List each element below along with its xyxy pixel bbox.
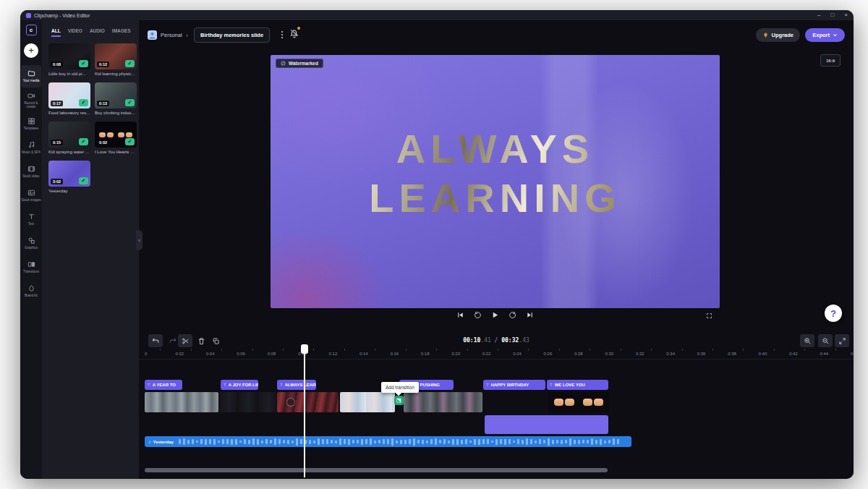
- ruler-tick: [221, 349, 222, 351]
- media-thumbnail[interactable]: 0:13✓: [95, 82, 137, 109]
- sidebar-item-stock-video[interactable]: Stock video: [21, 161, 41, 183]
- media-card[interactable]: 0:02✓I Love You Hearts S...: [95, 122, 137, 154]
- waveform-bar: [561, 440, 563, 444]
- media-thumbnail[interactable]: 0:15✓: [48, 122, 90, 148]
- text-clip-t-icon: T: [280, 383, 283, 387]
- text-clip[interactable]: TALWAYS LEARNING: [277, 380, 316, 390]
- watermark-label: Watermarked: [289, 61, 318, 66]
- rewind-button[interactable]: [474, 311, 482, 319]
- playhead-handle[interactable]: [301, 344, 308, 354]
- media-title: Food laboratory res...: [48, 111, 90, 115]
- media-thumbnail[interactable]: 0:17✓: [48, 82, 90, 109]
- sidebar-item-graphics[interactable]: Graphics: [21, 232, 41, 255]
- upgrade-label: Upgrade: [772, 32, 793, 38]
- aspect-ratio-badge[interactable]: 16:9: [820, 54, 841, 67]
- maximize-button[interactable]: □: [830, 10, 834, 20]
- selected-check-badge: ✓: [125, 60, 135, 67]
- music-icon: [27, 141, 35, 149]
- text-clip[interactable]: TWE LOVE YOU: [547, 380, 608, 390]
- sidebar-item-stock-images[interactable]: Stock images: [21, 184, 41, 207]
- titlebar: Clipchamp - Video Editor – □ ×: [20, 10, 854, 20]
- waveform-bar: [469, 441, 472, 443]
- skip-to-start-button[interactable]: [456, 311, 464, 319]
- sidebar-item-templates[interactable]: Templates: [21, 113, 41, 135]
- video-preview-canvas[interactable]: Watermarked ALWAYS LEARNING: [271, 55, 720, 308]
- waveform-bar: [309, 440, 311, 444]
- project-title-input[interactable]: Birthday memories slide: [194, 27, 270, 43]
- video-clip[interactable]: [277, 392, 339, 412]
- waveform-bar: [465, 439, 467, 444]
- workspace-chip[interactable]: Personal: [148, 30, 182, 40]
- media-thumbnail[interactable]: 0:08✓: [48, 43, 90, 69]
- tab-video[interactable]: VIDEO: [68, 28, 82, 37]
- add-transition-button[interactable]: [394, 396, 404, 405]
- waveform-bar: [357, 440, 359, 443]
- notifications-off-icon[interactable]: [289, 28, 299, 38]
- minimize-button[interactable]: –: [817, 10, 820, 20]
- waveform-bar: [435, 438, 437, 445]
- gem-icon: [762, 32, 769, 38]
- ruler-tick: [621, 349, 621, 351]
- audio-clip[interactable]: ♪Yesterday: [145, 436, 631, 447]
- playhead[interactable]: [304, 344, 305, 477]
- time-current: 00:10: [463, 337, 480, 344]
- text-clip[interactable]: THAPPY BIRTHDAY: [483, 380, 545, 390]
- waveform-bar: [322, 439, 324, 444]
- element-clip[interactable]: [485, 415, 608, 434]
- help-button[interactable]: ?: [825, 305, 842, 322]
- video-clip[interactable]: [145, 392, 218, 412]
- tab-images[interactable]: IMAGES: [112, 28, 131, 37]
- video-clip[interactable]: [340, 392, 395, 412]
- media-card[interactable]: 0:08✓Little boy in old pi...: [48, 43, 90, 76]
- zoom-in-button[interactable]: [800, 334, 814, 347]
- export-button[interactable]: Export: [805, 28, 845, 42]
- media-title: I Love You Hearts S...: [95, 150, 137, 154]
- media-thumbnail[interactable]: 0:02✓: [95, 122, 137, 148]
- more-options-button[interactable]: [278, 29, 286, 41]
- media-card[interactable]: 0:17✓Food laboratory res...: [48, 82, 90, 115]
- sidebar-item-music-sfx[interactable]: Music & SFX: [21, 137, 41, 159]
- zoom-out-button[interactable]: [818, 334, 833, 347]
- waveform-bar: [491, 441, 493, 443]
- sidebar-item-your-media[interactable]: Your media: [21, 65, 41, 88]
- sidebar-item-record-create[interactable]: Record & create: [21, 89, 41, 111]
- text-clip[interactable]: TA JOY FOR LIFE: [221, 380, 258, 390]
- skip-to-end-button[interactable]: [526, 311, 534, 319]
- video-clip[interactable]: [219, 392, 277, 412]
- add-media-button[interactable]: +: [24, 43, 38, 58]
- waveform-bar: [461, 440, 463, 444]
- transition-icon: [27, 260, 35, 268]
- tab-audio[interactable]: AUDIO: [90, 28, 105, 37]
- zoom-fit-button[interactable]: [835, 334, 849, 347]
- media-card[interactable]: 0:15✓Kid spraying water ...: [48, 122, 90, 154]
- sidebar-item-text[interactable]: Text: [21, 208, 41, 231]
- media-card[interactable]: 0:13✓Boy climbing indoo...: [95, 82, 137, 115]
- tab-all[interactable]: ALL: [51, 28, 61, 37]
- music-note-icon: ♪: [148, 439, 151, 444]
- waveform-bar: [574, 440, 576, 444]
- video-clip[interactable]: [404, 392, 482, 412]
- forward-button[interactable]: [509, 311, 516, 319]
- media-card[interactable]: 3:02✓Yesterday: [48, 161, 90, 193]
- text-clip-label: ALWAYS LEARNING: [285, 383, 316, 387]
- timeline-scrollbar-thumb[interactable]: [145, 468, 608, 472]
- video-clip[interactable]: [548, 392, 609, 412]
- play-button[interactable]: [491, 311, 499, 319]
- waveform-bar: [578, 440, 580, 444]
- sidebar-item-brand-kit[interactable]: Brand kit: [21, 280, 41, 302]
- waveform-bar: [474, 439, 476, 445]
- sidebar-item-transitions[interactable]: Transitions: [21, 256, 41, 278]
- close-button[interactable]: ×: [844, 10, 848, 20]
- media-thumbnail[interactable]: 0:12✓: [95, 43, 137, 69]
- upgrade-button[interactable]: Upgrade: [756, 28, 800, 42]
- fullscreen-button[interactable]: [706, 312, 712, 319]
- panel-collapse-handle[interactable]: ‹: [136, 230, 142, 250]
- timeline-ruler[interactable]: 00:020:040:060:080:100:120:140:160:180:2…: [139, 349, 854, 360]
- media-thumbnail[interactable]: 3:02✓: [48, 161, 90, 187]
- sidebar-nav: Your mediaRecord & createTemplatesMusic …: [20, 64, 42, 303]
- media-card[interactable]: 0:12✓Kid learning physic...: [95, 43, 137, 76]
- ruler-label: 0:38: [728, 352, 736, 356]
- text-clip[interactable]: TA YEAR TO: [145, 380, 182, 390]
- watermark-badge[interactable]: Watermarked: [276, 59, 323, 68]
- waveform-bar: [422, 440, 424, 444]
